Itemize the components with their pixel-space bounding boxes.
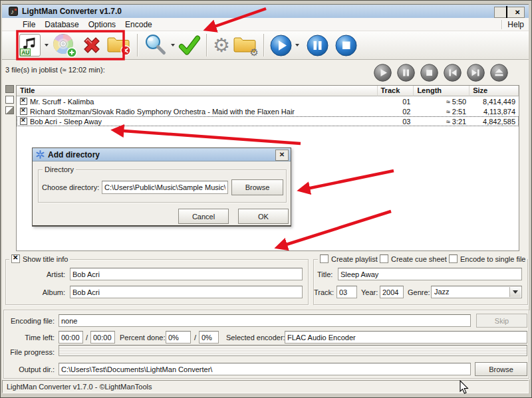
close-button[interactable]: ✕ [515, 9, 520, 16]
menu-options[interactable]: Options [84, 19, 120, 31]
column-header-track[interactable]: Track [378, 86, 414, 96]
settings-button[interactable]: ⚙ [213, 34, 230, 56]
start-encoding-button[interactable] [270, 35, 292, 56]
menu-database[interactable]: Database [40, 19, 83, 31]
column-header-size[interactable]: Size [469, 86, 519, 96]
dialog-close-button[interactable]: ✕ [275, 149, 289, 161]
output-dir-input[interactable] [59, 363, 471, 375]
pause-encoding-button[interactable] [307, 35, 329, 56]
percent-file-input[interactable] [166, 331, 191, 344]
track-input[interactable] [336, 286, 357, 298]
transport-previous-button[interactable] [444, 64, 462, 82]
output-browse-button[interactable]: Browse [475, 362, 527, 376]
time-left-elapsed-input[interactable] [59, 331, 83, 344]
remove-file-button[interactable] [80, 33, 104, 57]
dialog-browse-button[interactable]: Browse [231, 179, 283, 195]
create-playlist-checkbox[interactable] [320, 254, 329, 263]
play-icon [270, 35, 292, 56]
transport-eject-button[interactable] [490, 64, 508, 82]
column-header-length[interactable]: Length [414, 86, 469, 96]
search-icon [144, 33, 168, 57]
select-all-button[interactable] [5, 85, 14, 93]
transport-play-button[interactable] [374, 64, 392, 82]
encode-to-single-file-checkbox[interactable] [449, 254, 458, 263]
joblist-status: 3 file(s) in joblist (≈ 12:02 min): [5, 66, 105, 74]
encode-to-single-file-option[interactable]: Encode to single file [447, 254, 527, 263]
directory-group-label: Directory [43, 165, 76, 173]
transport-next-button[interactable] [467, 64, 485, 82]
table-row-selected[interactable]: Bob Acri - Sleep Away 03 ≈ 3:21 4,842,58… [17, 116, 519, 126]
column-header-title[interactable]: Title [17, 86, 378, 96]
create-cue-sheet-checkbox[interactable] [380, 254, 388, 263]
show-title-info-checkbox[interactable] [11, 254, 20, 263]
row-track: 01 [378, 98, 414, 106]
create-playlist-option[interactable]: Create playlist [318, 254, 380, 263]
remove-folder-button[interactable] [106, 34, 132, 56]
row-checkbox[interactable] [20, 118, 27, 125]
dialog-icon [36, 150, 45, 159]
title-label: Title: [317, 270, 332, 278]
show-title-info-option[interactable]: Show title info [9, 254, 70, 263]
remove-folder-icon [106, 34, 132, 56]
search-database-button[interactable] [144, 33, 168, 57]
menu-encode[interactable]: Encode [120, 19, 157, 31]
verify-files-button[interactable] [178, 34, 201, 56]
row-checkbox[interactable] [20, 108, 27, 115]
table-row[interactable]: Richard Stoltzman/Slovak Radio Symphony … [17, 106, 519, 116]
output-folder-settings-button[interactable]: ⚙ [233, 34, 258, 56]
maximize-icon [506, 6, 507, 19]
title-input[interactable] [338, 268, 522, 280]
maximize-button[interactable] [506, 7, 507, 19]
file-progress-label: File progress: [7, 348, 55, 356]
dialog-title-bar[interactable]: Add directory ✕ [33, 148, 291, 161]
add-cd-button[interactable] [52, 33, 77, 58]
row-size: 4,113,874 [469, 108, 519, 116]
dialog-title: Add directory [48, 150, 100, 159]
skip-button[interactable]: Skip [476, 314, 527, 328]
menu-help[interactable]: Help [503, 19, 529, 31]
year-input[interactable] [380, 286, 404, 298]
genre-select[interactable]: Jazz [431, 286, 522, 298]
dialog-ok-button[interactable]: OK [238, 209, 289, 224]
encoding-file-input[interactable] [59, 314, 471, 327]
status-text: LightMan Converter v1.7.0 - ©LightManToo… [7, 383, 152, 391]
transport-pause-button[interactable] [397, 64, 415, 82]
artist-label: Artist: [27, 270, 65, 278]
menu-file[interactable]: File [18, 19, 40, 31]
encoding-file-label: Encoding file: [7, 317, 55, 325]
search-dropdown-icon[interactable] [171, 44, 175, 47]
small-gear-icon: ⚙ [250, 47, 259, 58]
genre-dropdown-button[interactable] [509, 287, 521, 297]
output-dir-label: Output dir.: [7, 365, 55, 373]
artist-input[interactable] [70, 268, 303, 280]
dialog-cancel-button[interactable]: Cancel [178, 209, 229, 224]
album-input[interactable] [70, 286, 303, 298]
choose-directory-input[interactable] [102, 181, 228, 194]
file-progress-bar [59, 345, 527, 356]
row-title: Richard Stoltzman/Slovak Radio Symphony … [30, 108, 295, 116]
add-audio-files-button[interactable]: AU [19, 33, 41, 57]
menu-bar: File Database Options Encode Help [2, 18, 529, 31]
lightman-converter-window: { "window": { "title": "LightMan Convert… [0, 0, 532, 398]
select-none-button[interactable] [5, 96, 14, 104]
row-title: Bob Acri - Sleep Away [30, 118, 102, 126]
table-row[interactable]: Mr. Scruff - Kalimba 01 ≈ 5:50 8,414,449 [17, 96, 519, 106]
time-left-total-input[interactable] [90, 331, 115, 344]
toolbar-separator [263, 34, 265, 56]
selected-encoder-input[interactable] [285, 331, 527, 344]
percent-total-input[interactable] [199, 331, 219, 344]
title-bar[interactable]: ♪ LightMan Converter v1.7.0 ✕ [2, 4, 529, 18]
row-size: 8,414,449 [469, 98, 519, 106]
window-controls: ✕ [494, 7, 525, 18]
transport-stop-button[interactable] [420, 64, 438, 82]
create-cue-sheet-option[interactable]: Create cue sheet [378, 254, 449, 263]
stop-encoding-button[interactable] [335, 35, 357, 56]
add-audio-dropdown-icon[interactable] [45, 44, 49, 47]
time-left-label: Time left: [7, 334, 55, 342]
encode-dropdown-icon[interactable] [295, 44, 299, 47]
transport-controls [374, 64, 508, 82]
row-checkbox[interactable] [20, 98, 27, 105]
gear-icon: ⚙ [213, 34, 230, 56]
invert-selection-button[interactable] [5, 106, 14, 114]
genre-label: Genre: [408, 288, 430, 296]
